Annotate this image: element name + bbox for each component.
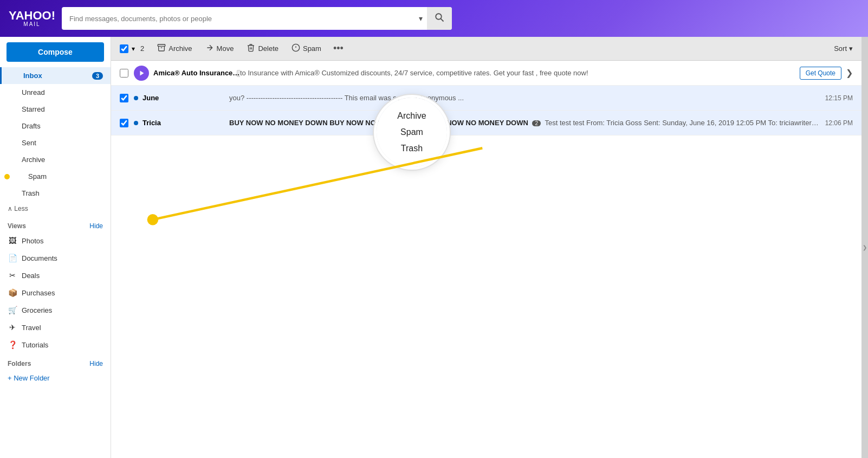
delete-button[interactable]: Delete	[241, 40, 284, 57]
context-menu-spam[interactable]: Spam	[400, 126, 423, 138]
spam-button[interactable]: Spam	[286, 40, 327, 57]
play-icon	[134, 66, 149, 81]
sidebar-item-tutorials[interactable]: ❓ Tutorials	[0, 336, 111, 353]
toolbar: ▾ 2 Archive Move	[111, 37, 861, 61]
sidebar-item-purchases[interactable]: 📦 Purchases	[0, 284, 111, 301]
unread-dot	[134, 121, 138, 125]
svg-line-1	[441, 19, 444, 22]
sidebar-item-unread[interactable]: Unread	[0, 84, 111, 101]
compose-button[interactable]: Compose	[7, 42, 104, 62]
get-quote-button[interactable]: Get Quote	[800, 67, 841, 80]
sidebar-item-spam[interactable]: Spam	[0, 168, 111, 185]
email-1-sender: Amica® Auto Insurance AD	[153, 69, 240, 77]
sidebar-item-documents[interactable]: 📄 Documents	[0, 249, 111, 267]
sidebar: Compose Inbox 3 Unread Starred Drafts Se…	[0, 37, 111, 458]
sidebar-item-travel[interactable]: ✈ Travel	[0, 319, 111, 336]
folders-section-header: Folders Hide	[0, 353, 111, 370]
app-body: Compose Inbox 3 Unread Starred Drafts Se…	[0, 37, 868, 458]
search-bar: ▾	[62, 7, 452, 30]
expand-panel-icon: ❯	[863, 244, 867, 250]
svg-marker-7	[140, 70, 144, 75]
views-hide-link[interactable]: Hide	[89, 222, 103, 230]
header: YAHOO!MAIL ▾	[0, 0, 868, 37]
sidebar-item-starred[interactable]: Starred	[0, 101, 111, 118]
sidebar-item-photos[interactable]: 🖼 Photos	[0, 232, 111, 249]
email-3-count: 2	[532, 120, 541, 126]
main-content: ▾ 2 Archive Move	[111, 37, 861, 458]
sidebar-item-inbox[interactable]: Inbox 3	[0, 67, 111, 84]
email-3-sender: Tricia	[142, 119, 229, 127]
email-1-checkbox[interactable]	[120, 69, 128, 78]
search-dropdown-button[interactable]: ▾	[414, 9, 427, 28]
documents-icon: 📄	[8, 254, 17, 262]
sidebar-item-trash[interactable]: Trash	[0, 185, 111, 202]
svg-point-0	[436, 14, 442, 20]
more-button[interactable]: •••	[329, 41, 348, 56]
delete-toolbar-icon	[247, 43, 255, 54]
tutorials-icon: ❓	[8, 340, 17, 349]
sort-button[interactable]: Sort ▾	[834, 44, 853, 53]
email-3-preview: BUY NOW NO MONEY DOWN BUY NOW NO MONEY D…	[229, 119, 820, 127]
email-2-preview: you? -----------------------------------…	[229, 94, 820, 102]
unread-dot	[134, 96, 138, 100]
deals-icon: ✂	[8, 271, 17, 280]
select-count: 2	[140, 44, 144, 53]
context-menu-archive[interactable]: Archive	[397, 110, 426, 122]
folders-hide-link[interactable]: Hide	[89, 360, 103, 367]
photos-icon: 🖼	[8, 236, 17, 245]
yahoo-logo: YAHOO!MAIL	[9, 10, 55, 27]
new-folder-button[interactable]: + New Folder	[0, 370, 111, 386]
email-1-preview: to Insurance with Amica® Customized disc…	[240, 69, 800, 77]
move-button[interactable]: Move	[200, 40, 239, 57]
table-row[interactable]: June you? ------------------------------…	[111, 86, 861, 111]
table-row[interactable]: Tricia BUY NOW NO MONEY DOWN BUY NOW NO …	[111, 111, 861, 136]
spam-toolbar-icon	[292, 43, 300, 54]
travel-icon: ✈	[8, 323, 17, 332]
email-2-sender: June	[142, 94, 229, 102]
sidebar-item-drafts[interactable]: Drafts	[0, 118, 111, 134]
email-3-time: 12:06 PM	[825, 119, 853, 127]
sidebar-item-deals[interactable]: ✂ Deals	[0, 267, 111, 284]
expand-arrow-icon[interactable]: ❯	[846, 68, 853, 78]
sidebar-item-groceries[interactable]: 🛒 Groceries	[0, 301, 111, 319]
archive-toolbar-icon	[157, 43, 166, 54]
select-dropdown-arrow[interactable]: ▾	[132, 45, 135, 53]
email-2-checkbox[interactable]	[120, 94, 128, 102]
archive-button[interactable]: Archive	[152, 40, 197, 57]
email-list: Amica® Auto Insurance AD to Insurance wi…	[111, 61, 861, 458]
search-input[interactable]	[62, 9, 414, 28]
inbox-badge: 3	[92, 72, 103, 80]
sort-chevron-icon: ▾	[849, 44, 853, 53]
svg-rect-2	[158, 44, 165, 46]
sidebar-item-archive[interactable]: Archive	[0, 151, 111, 168]
sidebar-item-sent[interactable]: Sent	[0, 134, 111, 151]
spam-indicator	[4, 174, 10, 179]
purchases-icon: 📦	[8, 288, 17, 297]
groceries-icon: 🛒	[8, 306, 17, 314]
select-all-checkbox[interactable]	[120, 44, 128, 53]
less-link[interactable]: ∧ Less	[0, 202, 111, 216]
move-toolbar-icon	[205, 43, 214, 54]
table-row[interactable]: Amica® Auto Insurance AD to Insurance wi…	[111, 61, 861, 86]
search-submit-button[interactable]	[427, 7, 452, 30]
email-2-time: 12:15 PM	[825, 94, 853, 102]
email-3-checkbox[interactable]	[120, 119, 128, 127]
context-menu: Archive Spam Trash	[377, 98, 447, 167]
right-panel-handle[interactable]: ❯	[861, 37, 868, 458]
views-section-header: Views Hide	[0, 216, 111, 232]
context-menu-trash[interactable]: Trash	[401, 143, 423, 154]
